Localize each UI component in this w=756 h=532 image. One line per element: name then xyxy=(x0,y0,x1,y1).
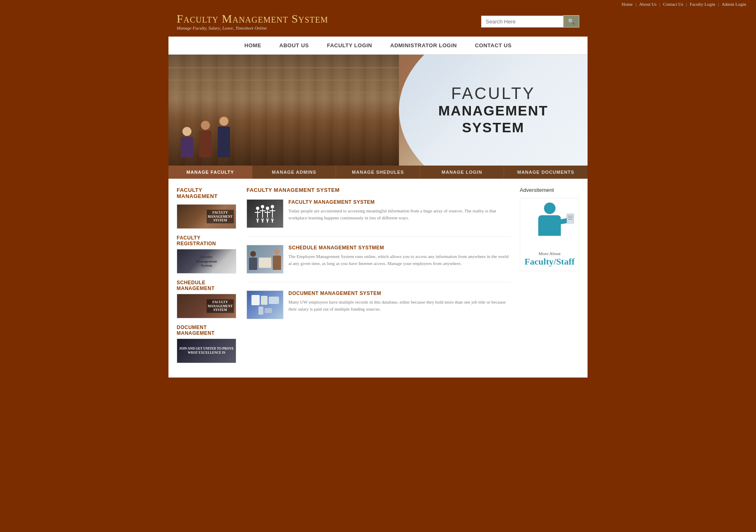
hero-subtitle: MANAGEMENT SYSTEM xyxy=(438,102,548,136)
sidebar-document-label: DOCUMENT MANAGEMENT xyxy=(177,325,238,336)
card-document: DOCUMENT MANAGEMENT SYSTEM Many UW emplo… xyxy=(247,290,512,327)
stick-figures xyxy=(256,205,274,223)
person-1 xyxy=(181,127,193,157)
topbar-about-link[interactable]: About Us xyxy=(639,2,657,7)
sidebar-thumb-document[interactable]: FACULTYMANAGEMENTSYSTEM xyxy=(177,294,236,318)
header: Faculty Management System Manage Faculty… xyxy=(168,8,588,37)
nav-about[interactable]: ABOUT US xyxy=(270,37,318,54)
advert-more: More About xyxy=(524,251,575,256)
page-footer xyxy=(0,378,756,390)
site-title: Faculty Management System xyxy=(177,12,328,25)
figure-1 xyxy=(256,207,259,223)
middle-content: FACULTY MANAGEMENT SYSTEM xyxy=(247,187,512,369)
sidebar-document: FACULTYMANAGEMENTSYSTEM xyxy=(177,294,238,318)
advert-name: Faculty/Staff xyxy=(524,257,575,267)
bottom-tabs: MANAGE FACULTY MANAGE ADMINS MANAGE SHED… xyxy=(168,166,588,179)
sidebar-thumb-faculty[interactable]: FACULTYMANAGEMENTSYSTEM xyxy=(177,204,236,229)
card-thumb-2 xyxy=(247,245,284,274)
card-thumb-1 xyxy=(247,199,284,228)
hero-image xyxy=(168,55,399,166)
figure-3 xyxy=(266,207,269,223)
person-2 xyxy=(199,121,212,157)
card-info-3: DOCUMENT MANAGEMENT SYSTEM Many UW emplo… xyxy=(288,290,512,319)
main-nav: HOME ABOUT US FACULTY LOGIN ADMINISTRATO… xyxy=(168,37,588,55)
search-box: 🔍 xyxy=(481,15,579,28)
topbar-faculty-login-link[interactable]: Faculty Login xyxy=(690,2,715,7)
tab-manage-login[interactable]: MANAGE LOGIN xyxy=(420,166,504,179)
top-bar: Home | About Us | Contact Us | Faculty L… xyxy=(0,0,756,8)
advert-title: Adversitement xyxy=(520,187,579,193)
sidebar-schedule-label: SCHEDULE MANAGEMENT xyxy=(177,280,238,291)
nav-faculty-login[interactable]: FACULTY LOGIN xyxy=(318,37,381,54)
card-title-2: SCHEDULE MANAGEMENT SYSTMEM xyxy=(288,245,512,251)
card-faculty-management: FACULTY MANAGEMENT SYSTEM Today people a… xyxy=(247,199,512,237)
site-subtitle: Manage Faculty, Salary, Leave, Timesheet… xyxy=(177,25,328,30)
card-text-3: Many UW employees have multiple records … xyxy=(288,299,512,312)
tab-manage-documents[interactable]: MANAGE DOCUMENTS xyxy=(504,166,588,179)
card-text-2: The Employee Management System runs onli… xyxy=(288,253,512,267)
sidebar-thumb-schedule[interactable]: FacultyManagementSystem xyxy=(177,249,236,274)
card-text-1: Today people are accustomed to accessing… xyxy=(288,207,512,221)
person-3 xyxy=(218,117,230,157)
middle-title: FACULTY MANAGEMENT SYSTEM xyxy=(247,187,512,193)
card-schedule: SCHEDULE MANAGEMENT SYSTMEM The Employee… xyxy=(247,245,512,282)
nav-home[interactable]: HOME xyxy=(235,37,270,54)
sidebar-thumb-join[interactable]: JOIN AND GET UNITED TO PROVEWHAT EXCELLE… xyxy=(177,339,236,363)
sidebar-faculty-registration-label: FACULTY REGISTRATION xyxy=(177,235,238,246)
left-sidebar: FACULTY MANAGEMENT FACULTYMANAGEMENTSYST… xyxy=(177,187,238,369)
sidebar-schedule: FacultyManagementSystem xyxy=(177,249,238,274)
card-title-3: DOCUMENT MANAGEMENT SYSTEM xyxy=(288,290,512,296)
advert-box: More About Faculty/Staff xyxy=(520,198,579,271)
topbar-home-link[interactable]: Home xyxy=(622,2,633,7)
main-wrapper: HOME ABOUT US FACULTY LOGIN ADMINISTRATO… xyxy=(168,37,588,378)
card-thumb-3 xyxy=(247,290,284,319)
hero-title: FACULTY xyxy=(451,84,535,102)
card-title-1: FACULTY MANAGEMENT SYSTEM xyxy=(288,199,512,205)
card-info-1: FACULTY MANAGEMENT SYSTEM Today people a… xyxy=(288,199,512,228)
figure-2 xyxy=(261,205,264,223)
figure-4 xyxy=(271,205,274,223)
sidebar-join: JOIN AND GET UNITED TO PROVEWHAT EXCELLE… xyxy=(177,339,238,363)
search-button[interactable]: 🔍 xyxy=(563,15,579,28)
hero-banner: FACULTY MANAGEMENT SYSTEM xyxy=(168,55,588,166)
hero-photo-bg xyxy=(168,55,399,166)
hero-text: FACULTY MANAGEMENT SYSTEM xyxy=(399,55,588,166)
topbar-admin-login-link[interactable]: Admin Login xyxy=(721,2,746,7)
search-input[interactable] xyxy=(481,16,563,28)
nav-admin-login[interactable]: ADMINISTRATOR LOGIN xyxy=(381,37,466,54)
logo: Faculty Management System Manage Faculty… xyxy=(177,12,328,30)
hero-people xyxy=(181,117,230,157)
tab-manage-schedules[interactable]: MANAGE SHEDULES xyxy=(336,166,420,179)
content-area: FACULTY MANAGEMENT FACULTYMANAGEMENTSYST… xyxy=(168,179,588,378)
tab-manage-faculty[interactable]: MANAGE FACULTY xyxy=(168,166,252,179)
sidebar-title: FACULTY MANAGEMENT xyxy=(177,187,238,199)
nav-contact[interactable]: CONTACT US xyxy=(466,37,521,54)
card-info-2: SCHEDULE MANAGEMENT SYSTMEM The Employee… xyxy=(288,245,512,274)
tab-manage-admins[interactable]: MANAGE ADMINS xyxy=(252,166,336,179)
topbar-contact-link[interactable]: Contact Us xyxy=(663,2,683,7)
sidebar-faculty-management: FACULTYMANAGEMENTSYSTEM xyxy=(177,204,238,229)
right-sidebar: Adversitement xyxy=(520,187,579,369)
